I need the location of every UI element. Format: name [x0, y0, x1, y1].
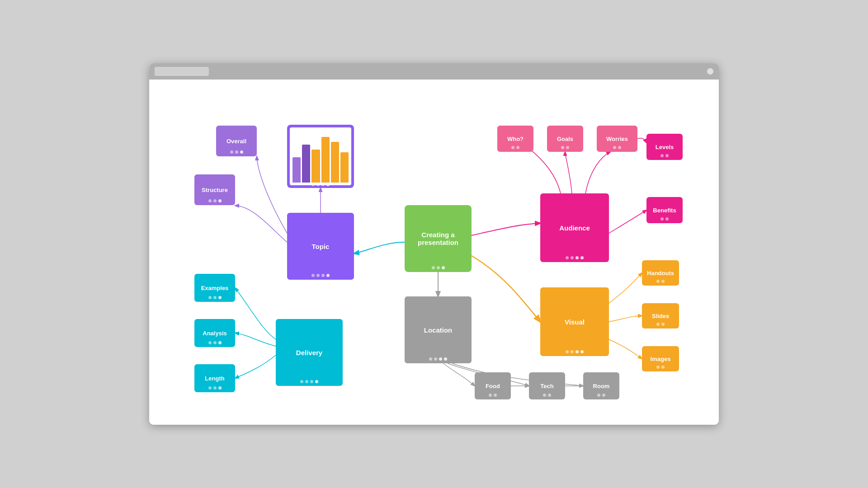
node-goals-label: Goals — [557, 136, 573, 142]
node-tech-label: Tech — [540, 383, 553, 389]
node-analysis-label: Analysis — [203, 330, 226, 337]
node-food[interactable]: Food — [475, 372, 511, 399]
node-handouts-label: Handouts — [647, 270, 674, 277]
browser-close-button[interactable] — [707, 68, 713, 75]
node-benefits[interactable]: Benefits — [646, 197, 683, 223]
node-location-label: Location — [424, 326, 453, 334]
node-chart[interactable] — [287, 125, 354, 188]
node-slides[interactable]: Slides — [642, 303, 679, 328]
node-delivery-label: Delivery — [296, 349, 322, 357]
node-visual[interactable]: Visual — [540, 287, 609, 356]
node-overall-label: Overall — [226, 138, 246, 145]
node-images-label: Images — [651, 356, 671, 362]
node-structure-label: Structure — [202, 187, 228, 193]
node-structure[interactable]: Structure — [194, 174, 235, 205]
node-length[interactable]: Length — [194, 364, 235, 392]
node-center[interactable]: Creating a presentation — [405, 205, 472, 272]
node-location[interactable]: Location — [405, 296, 472, 363]
node-length-label: Length — [205, 375, 224, 382]
node-topic-label: Topic — [312, 243, 330, 250]
node-room-label: Room — [593, 383, 610, 389]
node-goals[interactable]: Goals — [547, 126, 583, 152]
node-delivery[interactable]: Delivery — [276, 319, 343, 386]
node-worries[interactable]: Worries — [597, 126, 637, 152]
node-benefits-label: Benefits — [653, 207, 676, 214]
node-room[interactable]: Room — [583, 372, 619, 399]
browser-url — [155, 67, 209, 76]
node-examples[interactable]: Examples — [194, 274, 235, 302]
node-tech[interactable]: Tech — [529, 372, 565, 399]
node-food-label: Food — [486, 383, 500, 389]
node-visual-label: Visual — [565, 318, 585, 326]
node-analysis[interactable]: Analysis — [194, 319, 235, 347]
node-images[interactable]: Images — [642, 346, 679, 371]
node-worries-label: Worries — [606, 136, 628, 142]
browser-toolbar — [149, 63, 719, 80]
mind-map-canvas: Creating a presentation Topic — [149, 80, 719, 425]
node-topic[interactable]: Topic — [287, 213, 354, 280]
node-slides-label: Slides — [652, 313, 669, 319]
node-center-label: Creating a presentation — [405, 231, 472, 246]
node-who[interactable]: Who? — [497, 126, 533, 152]
node-levels[interactable]: Levels — [646, 134, 683, 160]
node-audience-label: Audience — [559, 224, 590, 232]
node-audience[interactable]: Audience — [540, 193, 609, 262]
node-handouts[interactable]: Handouts — [642, 260, 679, 286]
node-levels-label: Levels — [656, 144, 674, 150]
node-who-label: Who? — [507, 136, 524, 142]
node-examples-label: Examples — [201, 285, 229, 291]
node-overall[interactable]: Overall — [216, 126, 257, 156]
browser-window: Creating a presentation Topic — [149, 63, 719, 425]
